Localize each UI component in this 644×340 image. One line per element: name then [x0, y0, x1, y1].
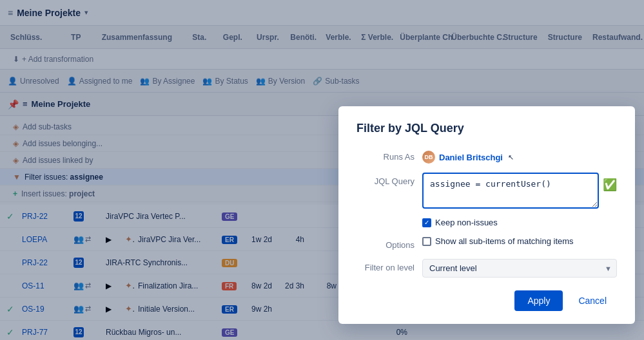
filter-level-select-wrapper: Current level All levels Top level ▼: [422, 259, 617, 278]
jql-query-row: JQL Query assignee = currentUser() ✅: [356, 173, 617, 209]
apply-button[interactable]: Apply: [514, 290, 563, 311]
filter-level-row: Filter on level Current level All levels…: [356, 259, 617, 278]
cancel-button[interactable]: Cancel: [568, 290, 617, 311]
check-mark: ✓: [424, 220, 429, 226]
modal-form: Runs As DB Daniel Britschgi ↖ JQL Query …: [356, 148, 617, 278]
options-label: Options: [356, 236, 415, 250]
modal-title: Filter by JQL Query: [356, 122, 617, 135]
keep-non-issues-checkbox-row: ✓ Keep non-issues: [422, 218, 498, 227]
jql-valid-icon: ✅: [603, 178, 617, 192]
show-all-subitems-label: Show all sub-items of matching items: [435, 236, 574, 246]
cursor-pointer: ↖: [508, 153, 514, 162]
jql-input[interactable]: assignee = currentUser(): [422, 173, 599, 209]
modal-footer: Apply Cancel: [356, 290, 617, 311]
options-row: Options Show all sub-items of matching i…: [356, 236, 617, 250]
runs-as-label: Runs As: [356, 148, 415, 162]
show-all-subitems-row: Show all sub-items of matching items: [422, 236, 574, 246]
keep-non-issues-label-spacer: [356, 218, 415, 222]
jql-filter-modal: Filter by JQL Query Runs As DB Daniel Br…: [338, 106, 635, 324]
user-avatar: DB: [422, 151, 435, 164]
jql-label: JQL Query: [356, 173, 415, 186]
runs-as-user: Daniel Britschgi: [439, 153, 503, 162]
show-all-subitems-checkbox[interactable]: [422, 237, 431, 246]
keep-non-issues-checkbox[interactable]: ✓: [422, 218, 431, 227]
runs-as-row: Runs As DB Daniel Britschgi ↖: [356, 148, 617, 164]
jql-wrapper: assignee = currentUser() ✅: [422, 173, 617, 209]
keep-non-issues-label: Keep non-issues: [435, 218, 498, 227]
filter-level-select[interactable]: Current level All levels Top level: [422, 259, 617, 278]
keep-non-issues-row: ✓ Keep non-issues: [356, 218, 617, 227]
filter-level-label: Filter on level: [356, 259, 415, 272]
runs-as-value: DB Daniel Britschgi ↖: [422, 148, 617, 164]
